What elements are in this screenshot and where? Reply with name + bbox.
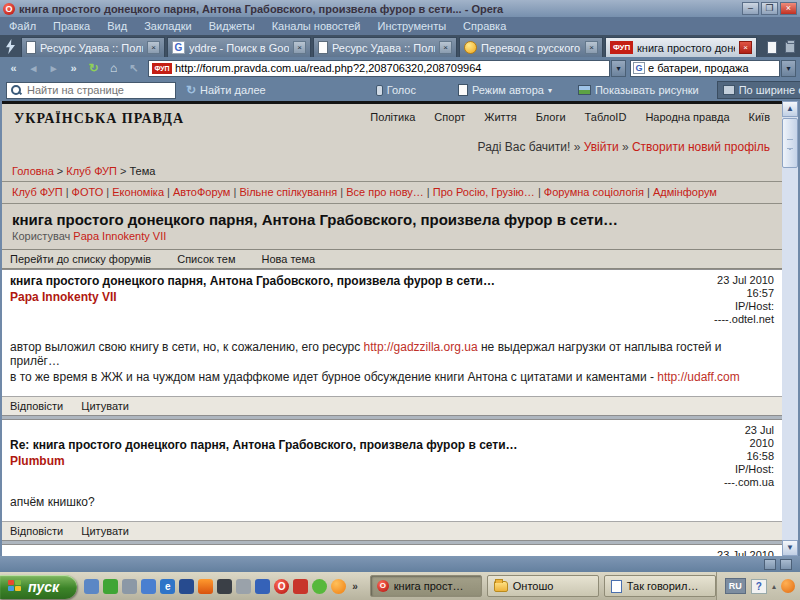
- task-opera-kniga[interactable]: O книга прост…: [370, 575, 482, 597]
- voice-button[interactable]: Голос: [376, 84, 416, 96]
- chevron-down-icon[interactable]: ▾: [548, 86, 552, 95]
- folder-icon[interactable]: [141, 579, 156, 594]
- forward-button[interactable]: ▸: [44, 62, 63, 75]
- update-icon[interactable]: [103, 579, 118, 594]
- author-mode-button[interactable]: Режим автора ▾: [458, 84, 552, 96]
- new-tab-icon[interactable]: [767, 41, 777, 54]
- nav-narodna-pravda[interactable]: Народна правда: [645, 111, 729, 123]
- agent-tray-icon[interactable]: [781, 579, 795, 593]
- forum-adminforum[interactable]: Адмінфорум: [644, 186, 717, 198]
- language-indicator[interactable]: RU: [725, 578, 746, 594]
- nav-blogy[interactable]: Блоги: [536, 111, 566, 123]
- help-icon[interactable]: ?: [751, 579, 767, 594]
- tab-close-icon[interactable]: ×: [439, 41, 452, 54]
- start-button[interactable]: пуск: [0, 575, 77, 599]
- forum-club-fup[interactable]: Клуб ФУП: [12, 186, 63, 198]
- fast-forward-button[interactable]: »: [64, 62, 83, 74]
- menu-help[interactable]: Справка: [463, 20, 506, 32]
- reload-button[interactable]: ↻: [84, 61, 103, 75]
- nav-politika[interactable]: Політика: [370, 111, 415, 123]
- menu-edit[interactable]: Правка: [53, 20, 90, 32]
- forum-vilne[interactable]: Вільне спілкування: [230, 186, 337, 198]
- post-author-link[interactable]: Papa Innokenty VII: [10, 290, 495, 304]
- tab-close-icon[interactable]: ×: [585, 41, 598, 54]
- address-field[interactable]: ФУП: [148, 60, 610, 77]
- goto-forum-list-button[interactable]: Перейти до списку форумів: [10, 253, 151, 265]
- search-field[interactable]: G: [630, 60, 780, 77]
- breadcrumb-home[interactable]: Головна: [12, 165, 54, 177]
- find-box[interactable]: [6, 82, 176, 99]
- quote-button[interactable]: Цитувати: [81, 400, 129, 412]
- minimize-button[interactable]: –: [742, 2, 759, 15]
- address-book-icon[interactable]: [179, 579, 194, 594]
- panels-toggle-icon[interactable]: [6, 39, 15, 54]
- tab-google-search[interactable]: G yddre - Поиск в Google ×: [167, 37, 311, 57]
- flag-icon[interactable]: [255, 579, 270, 594]
- quote-button[interactable]: Цитувати: [81, 525, 129, 537]
- site-logo[interactable]: УКРАЇНСЬКА ПРАВДА: [14, 111, 184, 126]
- tab-perevod[interactable]: Перевод с русского на ук… ×: [459, 37, 603, 57]
- opera-icon[interactable]: O: [274, 579, 289, 594]
- forum-avtoforum[interactable]: АвтоФорум: [164, 186, 230, 198]
- tab-close-icon[interactable]: ×: [739, 41, 752, 54]
- show-desktop-icon[interactable]: [122, 579, 137, 594]
- gadzzilla-link[interactable]: http://gadzzilla.org.ua: [364, 340, 478, 354]
- tab-close-icon[interactable]: ×: [147, 41, 160, 54]
- menu-bookmarks[interactable]: Закладки: [144, 20, 192, 32]
- agent-icon[interactable]: [331, 579, 346, 594]
- direct-button[interactable]: ↖: [124, 62, 143, 75]
- menu-feeds[interactable]: Каналы новостей: [272, 20, 361, 32]
- scrollbar-thumb[interactable]: [782, 118, 798, 168]
- search-input[interactable]: [648, 62, 777, 74]
- nav-tabloid[interactable]: ТаблоID: [585, 111, 627, 123]
- nav-kyiv[interactable]: Київ: [749, 111, 770, 123]
- forum-sociologia[interactable]: Форумна соціологія: [535, 186, 644, 198]
- task-folder-ontosho[interactable]: Онтошо: [487, 575, 599, 597]
- topic-list-button[interactable]: Список тем: [177, 253, 235, 265]
- hide-icons-chevron[interactable]: ▴: [772, 582, 776, 591]
- firefox-icon[interactable]: [198, 579, 213, 594]
- internet-explorer-icon[interactable]: e: [160, 579, 175, 594]
- login-link[interactable]: Увійти: [570, 140, 618, 154]
- forum-ekonomika[interactable]: Економіка: [103, 186, 164, 198]
- close-button[interactable]: ×: [780, 2, 797, 15]
- reply-button[interactable]: Відповісти: [10, 400, 63, 412]
- nav-sport[interactable]: Спорт: [434, 111, 465, 123]
- back-button[interactable]: ◂: [24, 62, 43, 75]
- status-icon[interactable]: [764, 559, 776, 570]
- maximize-button[interactable]: ❐: [761, 2, 778, 15]
- overflow-chevron-icon[interactable]: »: [352, 581, 358, 592]
- clock-app-icon[interactable]: [84, 579, 99, 594]
- udaff-link[interactable]: http://udaff.com: [657, 370, 740, 384]
- post-author-link[interactable]: Plumbum: [10, 454, 518, 468]
- menu-view[interactable]: Вид: [107, 20, 127, 32]
- home-button[interactable]: ⌂: [104, 61, 123, 75]
- menu-tools[interactable]: Инструменты: [378, 20, 447, 32]
- search-dropdown-icon[interactable]: ▾: [781, 60, 796, 77]
- tab-kniga-active[interactable]: ФУП книга простого донецког… ×: [605, 37, 757, 57]
- tab-close-icon[interactable]: ×: [293, 41, 306, 54]
- show-images-button[interactable]: Показывать рисунки: [578, 84, 699, 96]
- address-dropdown-icon[interactable]: ▾: [611, 60, 626, 77]
- printer-icon[interactable]: [236, 579, 251, 594]
- new-topic-button[interactable]: Нова тема: [261, 253, 315, 265]
- task-doc-tak-govoril[interactable]: Так говорил…: [604, 575, 716, 597]
- trash-icon[interactable]: [785, 42, 795, 53]
- scroll-down-icon[interactable]: ▼: [782, 540, 798, 556]
- register-link[interactable]: Створити новий профіль: [619, 140, 770, 154]
- calculator-icon[interactable]: [293, 579, 308, 594]
- menu-widgets[interactable]: Виджеты: [209, 20, 255, 32]
- vertical-scrollbar[interactable]: ▲ ▼: [782, 101, 798, 556]
- reply-button[interactable]: Відповісти: [10, 525, 63, 537]
- scroll-up-icon[interactable]: ▲: [782, 101, 798, 117]
- breadcrumb-club-fup[interactable]: Клуб ФУП: [54, 165, 117, 177]
- display-icon[interactable]: [217, 579, 232, 594]
- qip-icon[interactable]: [312, 579, 327, 594]
- url-input[interactable]: [175, 62, 606, 74]
- forum-vse-pro-novu[interactable]: Все про нову…: [337, 186, 424, 198]
- forum-foto[interactable]: ФОТО: [63, 186, 104, 198]
- find-next-button[interactable]: ↻ Найти далее: [186, 83, 266, 97]
- tab-resurs-udava-2[interactable]: Ресурс Удава :: Полит.ср… ×: [313, 37, 457, 57]
- thread-author-link[interactable]: Papa Innokenty VII: [73, 230, 166, 242]
- tab-resurs-udava-1[interactable]: Ресурс Удава :: Полит.ср… ×: [21, 37, 165, 57]
